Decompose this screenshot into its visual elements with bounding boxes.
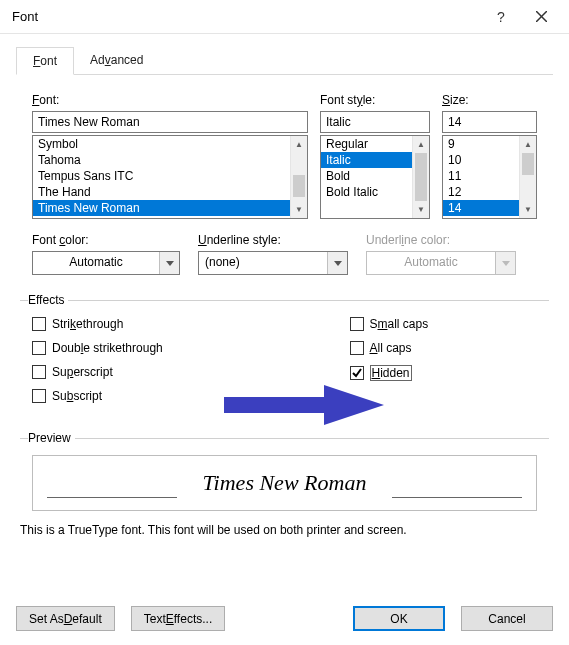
font-input[interactable] — [32, 111, 308, 133]
chevron-down-icon — [327, 252, 347, 274]
cancel-button[interactable]: Cancel — [461, 606, 553, 631]
size-label: Size: — [442, 93, 537, 107]
list-item[interactable]: Bold Italic — [321, 184, 412, 200]
underline-style-label: Underline style: — [198, 233, 348, 247]
preview-text: Times New Roman — [203, 470, 367, 496]
text-effects-button[interactable]: Text Effects... — [131, 606, 226, 631]
dialog-tabs: Font Advanced — [16, 46, 553, 75]
all-caps-checkbox[interactable]: All caps — [350, 341, 538, 355]
font-type-note: This is a TrueType font. This font will … — [20, 523, 549, 537]
scroll-up-icon[interactable]: ▲ — [291, 136, 307, 153]
size-input[interactable] — [442, 111, 537, 133]
effects-legend: Effects — [28, 293, 68, 307]
list-item[interactable]: Tempus Sans ITC — [33, 168, 290, 184]
list-item[interactable]: 9 — [443, 136, 519, 152]
ok-button[interactable]: OK — [353, 606, 445, 631]
chevron-down-icon — [159, 252, 179, 274]
list-item[interactable]: 12 — [443, 184, 519, 200]
small-caps-checkbox[interactable]: Small caps — [350, 317, 538, 331]
preview-group: Preview Times New Roman — [20, 431, 549, 515]
scroll-up-icon[interactable]: ▲ — [520, 136, 536, 153]
tab-font[interactable]: Font — [16, 47, 74, 75]
font-list[interactable]: Symbol Tahoma Tempus Sans ITC The Hand T… — [32, 135, 308, 219]
hidden-checkbox[interactable]: Hidden — [350, 365, 538, 381]
scrollbar[interactable]: ▲ ▼ — [519, 136, 536, 218]
list-item[interactable]: The Hand — [33, 184, 290, 200]
font-color-combo[interactable]: Automatic — [32, 251, 180, 275]
close-button[interactable] — [521, 2, 561, 32]
font-style-label: Font style: — [320, 93, 430, 107]
font-color-label: Font color: — [32, 233, 180, 247]
size-list[interactable]: 9 10 11 12 14 ▲ ▼ — [442, 135, 537, 219]
underline-style-combo[interactable]: (none) — [198, 251, 348, 275]
titlebar: Font ? — [0, 0, 569, 34]
list-item[interactable]: Italic — [321, 152, 412, 168]
list-item[interactable]: 14 — [443, 200, 519, 216]
subscript-checkbox[interactable]: Subscript — [32, 389, 220, 403]
dialog-button-bar: Set As Default Text Effects... OK Cancel — [16, 606, 553, 631]
double-strikethrough-checkbox[interactable]: Double strikethrough — [32, 341, 220, 355]
list-item[interactable]: Symbol — [33, 136, 290, 152]
strikethrough-checkbox[interactable]: Strikethrough — [32, 317, 220, 331]
scroll-down-icon[interactable]: ▼ — [413, 201, 429, 218]
underline-color-label: Underline color: — [366, 233, 516, 247]
list-item[interactable]: Bold — [321, 168, 412, 184]
font-dialog: Font ? Font Advanced Font: Symbol Tahoma… — [0, 0, 569, 645]
font-style-input[interactable] — [320, 111, 430, 133]
preview-legend: Preview — [28, 431, 75, 445]
scroll-down-icon[interactable]: ▼ — [520, 201, 536, 218]
scrollbar[interactable]: ▲ ▼ — [412, 136, 429, 218]
list-item[interactable]: Tahoma — [33, 152, 290, 168]
effects-group: Effects Strikethrough Double strikethrou… — [20, 293, 549, 407]
preview-box: Times New Roman — [32, 455, 537, 511]
superscript-checkbox[interactable]: Superscript — [32, 365, 220, 379]
font-style-list[interactable]: Regular Italic Bold Bold Italic ▲ ▼ — [320, 135, 430, 219]
dialog-title: Font — [12, 9, 481, 24]
font-label: Font: — [32, 93, 308, 107]
set-as-default-button[interactable]: Set As Default — [16, 606, 115, 631]
chevron-down-icon — [495, 252, 515, 274]
scroll-up-icon[interactable]: ▲ — [413, 136, 429, 153]
close-icon — [536, 11, 547, 22]
list-item[interactable]: Times New Roman — [33, 200, 290, 216]
list-item[interactable]: 11 — [443, 168, 519, 184]
underline-color-combo: Automatic — [366, 251, 516, 275]
help-button[interactable]: ? — [481, 2, 521, 32]
list-item[interactable]: Regular — [321, 136, 412, 152]
tab-advanced[interactable]: Advanced — [74, 47, 159, 75]
scroll-down-icon[interactable]: ▼ — [291, 201, 307, 218]
list-item[interactable]: 10 — [443, 152, 519, 168]
scrollbar[interactable]: ▲ ▼ — [290, 136, 307, 218]
